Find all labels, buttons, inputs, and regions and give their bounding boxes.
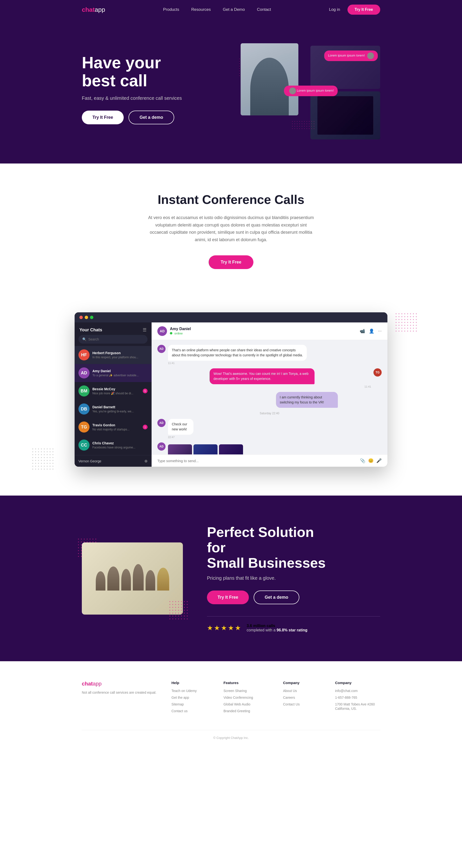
msg-images — [168, 444, 243, 455]
footer-heading-help: Help — [172, 681, 209, 685]
footer-link-audio[interactable]: Global Web Audio — [224, 702, 251, 706]
chat-header-actions: 📹 👤 ··· — [360, 329, 382, 334]
msg-image-3 — [219, 444, 243, 455]
message-4: AD Check our new work! 22:47 — [157, 419, 382, 439]
attachment-icon[interactable]: 📎 — [360, 458, 365, 463]
msg-avatar-self: TG — [373, 368, 382, 376]
business-image — [82, 542, 183, 615]
sidebar-add-icon[interactable]: ⊕ — [144, 459, 147, 463]
person-4 — [133, 564, 144, 591]
nav-login[interactable]: Log in — [329, 7, 340, 12]
chat-item-chris[interactable]: CC Chris Chavez Facebooks have strong ar… — [75, 436, 151, 454]
footer-link-video[interactable]: Video Conferencing — [224, 695, 253, 700]
logo-chat: chat — [82, 6, 94, 13]
footer-link-greeting[interactable]: Branded Greeting — [224, 709, 250, 713]
titlebar-dot-green — [90, 316, 93, 319]
hero-buttons: Try It Free Get a demo — [82, 111, 182, 124]
chat-badge-travis: 1 — [143, 425, 147, 429]
person-5 — [146, 570, 155, 591]
footer-link-app[interactable]: Get the app — [172, 695, 189, 700]
hero-third-image — [310, 91, 380, 140]
msg-content-1: That's an online platform where people c… — [168, 345, 382, 365]
add-user-icon[interactable]: 👤 — [369, 329, 374, 334]
avatar-chris: CC — [79, 439, 89, 451]
avatar-daniel: DB — [79, 403, 89, 414]
chat-item-name-2: Bessie McCoy — [92, 387, 140, 391]
sidebar-search-bar[interactable]: 🔍 — [79, 335, 147, 344]
nav-resources[interactable]: Resources — [191, 7, 211, 12]
nav-products[interactable]: Products — [163, 7, 179, 12]
chat-sidebar: Your Chats ☰ 🔍 HF Herbert Ferguson In th… — [75, 322, 152, 467]
chat-item-travis[interactable]: TG Travis Gordon No visit majority of st… — [75, 418, 151, 436]
nav-links: Products Resources Get a Demo Contact — [163, 7, 271, 12]
video-call-icon[interactable]: 📹 — [360, 329, 365, 334]
nav-contact[interactable]: Contact — [257, 7, 271, 12]
star-rating: ★★★★★ — [207, 624, 242, 632]
footer-link-sitemap[interactable]: Sitemap — [172, 702, 184, 706]
business-buttons: Try It Free Get a demo — [207, 591, 380, 604]
titlebar-dot-red — [79, 316, 83, 319]
copyright: © Copyright ChatApp Inc. — [213, 736, 249, 740]
chat-item-info-herbert: Herbert Ferguson In this respect, your p… — [92, 351, 147, 359]
footer-link-contact-company[interactable]: Contact Us — [283, 702, 299, 706]
footer-col-help: Help Teach on Udemy Get the app Sitemap … — [172, 681, 209, 716]
chat-input-icons: 📎 😊 🎤 — [360, 458, 382, 463]
nav-get-demo[interactable]: Get a Demo — [223, 7, 245, 12]
conference-try-free-button[interactable]: Try It Free — [209, 255, 253, 269]
footer-col-features: Features Screen Sharing Video Conferenci… — [224, 681, 269, 716]
search-icon: 🔍 — [82, 337, 86, 341]
chat-item-preview-5: Facebooks have strong argume... — [92, 446, 147, 449]
nav-try-free-button[interactable]: Try It Free — [347, 5, 380, 15]
chat-messages: AD That's an online platform where peopl… — [152, 340, 387, 455]
mic-icon[interactable]: 🎤 — [376, 458, 382, 463]
chat-main-header: AD Amy Daniel online 📹 👤 ··· — [152, 322, 387, 340]
footer-link-careers[interactable]: Careers — [283, 695, 295, 700]
avatar-travis: TG — [79, 422, 89, 433]
active-username: Amy Daniel — [170, 327, 191, 331]
online-dot — [170, 332, 172, 335]
chat-item-daniel[interactable]: DB Daniel Barnett Yes, you're getting bi… — [75, 400, 151, 418]
nav-right: Log in Try It Free — [329, 5, 380, 15]
business-text: Perfect Solution for Small Businesses Pr… — [207, 524, 380, 632]
footer-link-address[interactable]: 1700 Matt Tobes Ave #260 California, US. — [335, 702, 375, 711]
logo-app: app — [94, 6, 105, 13]
msg-avatar-4: AD — [157, 419, 166, 427]
footer-heading-contact: Company — [335, 681, 380, 685]
logo: chatapp — [82, 6, 105, 13]
person-silhouette — [250, 58, 289, 116]
footer-link-screen-sharing[interactable]: Screen Sharing — [224, 689, 247, 693]
hero-try-free-button[interactable]: Try It Free — [82, 111, 124, 124]
chat-titlebar — [75, 312, 387, 322]
chat-item-bessie[interactable]: BM Bessie McCoy Nice job more 🎉 should b… — [75, 382, 151, 400]
footer-link-teach[interactable]: Teach on Udemy — [172, 689, 197, 693]
person-1 — [96, 571, 106, 591]
msg-bubble-1: That's an online platform where people c… — [168, 345, 307, 361]
hero-chat-bubble-top: Lorem ipsum ipsum lorem! — [324, 51, 378, 61]
titlebar-dot-yellow — [85, 316, 88, 319]
msg-bubble-3: I am currently thinking about switching … — [276, 392, 338, 408]
chat-item-herbert[interactable]: HF Herbert Ferguson In this respect, you… — [75, 346, 151, 364]
chat-text-input[interactable] — [157, 459, 356, 463]
footer-link-email[interactable]: info@chat.com — [335, 689, 358, 693]
rating-row: ★★★★★ 3.6 million calls completed with a… — [207, 616, 380, 632]
dots-bottom-decoration — [291, 120, 315, 130]
hero-demo-button[interactable]: Get a demo — [128, 111, 174, 124]
business-img-inner — [82, 542, 183, 615]
msg-bubble-4: Check our new work! — [168, 419, 194, 435]
footer-heading-features: Features — [224, 681, 269, 685]
person-2 — [107, 566, 119, 591]
footer-tagline: Not all conference call services are cre… — [82, 690, 157, 695]
avatar-herbert: HF — [79, 349, 89, 361]
search-input[interactable] — [88, 337, 144, 341]
sidebar-menu-icon[interactable]: ☰ — [143, 327, 147, 333]
footer-link-contact-help[interactable]: Contact us — [172, 709, 188, 713]
emoji-icon[interactable]: 😊 — [368, 458, 373, 463]
chat-main-user: AD Amy Daniel online — [157, 326, 191, 336]
chat-item-amy[interactable]: AD Amy Daniel To a general ✨ advertiser … — [75, 364, 151, 382]
business-try-free-button[interactable]: Try It Free — [207, 591, 249, 604]
more-options-icon[interactable]: ··· — [378, 329, 382, 334]
avatar-amy: AD — [79, 367, 89, 378]
business-demo-button[interactable]: Get a demo — [254, 591, 299, 604]
footer-link-about[interactable]: About Us — [283, 689, 297, 693]
footer-link-phone[interactable]: 1-657-888-765 — [335, 695, 357, 700]
